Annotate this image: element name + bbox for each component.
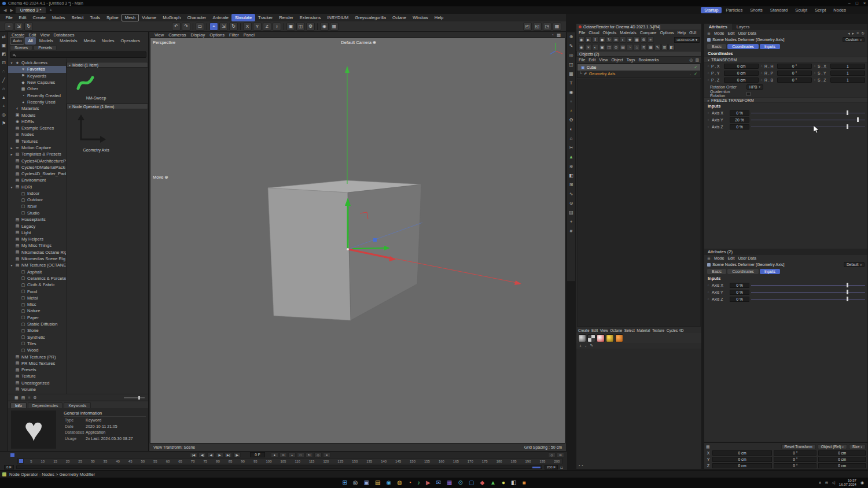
- command-icon[interactable]: ◐: [570, 127, 573, 132]
- object-label[interactable]: Cube: [587, 65, 597, 69]
- slider-knob[interactable]: [857, 117, 859, 122]
- keyframe-dot-icon[interactable]: ○: [813, 78, 816, 82]
- command-icon[interactable]: ≋: [569, 164, 573, 169]
- asset-subtab[interactable]: Presets: [34, 45, 57, 50]
- category-item[interactable]: ▤ Houseplants: [8, 216, 66, 223]
- mode-menu-item[interactable]: User Data: [738, 31, 756, 35]
- command-icon[interactable]: ✂: [569, 146, 573, 150]
- search-icon[interactable]: ◎: [353, 480, 358, 486]
- record-position-button[interactable]: +: [288, 452, 296, 457]
- axis-slider[interactable]: [751, 110, 865, 115]
- octane-tool-icon[interactable]: ⊞: [613, 36, 619, 43]
- make-editable-icon[interactable]: ⇄: [2, 35, 6, 39]
- asset-filter-tab[interactable]: Nodes: [99, 37, 117, 45]
- axis-value-field[interactable]: 0 %: [730, 283, 749, 288]
- octane-tool-icon[interactable]: ▦: [634, 36, 640, 43]
- refresh-icon[interactable]: ↻: [861, 31, 865, 36]
- document-tab[interactable]: Untitled 3 *: [16, 7, 46, 13]
- asset-section-header-node-operator[interactable]: ▾ Node Operator (1 Item): [67, 103, 148, 109]
- command-icon[interactable]: T: [570, 81, 573, 86]
- nav-forward-icon[interactable]: ▶: [9, 8, 14, 13]
- axis-value-field[interactable]: 0 %: [730, 297, 749, 302]
- undo-button[interactable]: ↶: [172, 23, 181, 31]
- range-start-field[interactable]: 0 F: [4, 465, 14, 469]
- material-menu-item[interactable]: View: [600, 328, 608, 332]
- coordinate-system-button[interactable]: ♁: [273, 23, 281, 31]
- model-mode-icon[interactable]: ▣: [2, 43, 6, 48]
- asset-filter-tab[interactable]: All: [25, 37, 35, 45]
- command-icon[interactable]: #: [570, 229, 572, 234]
- browser-settings-icon[interactable]: ⚙: [33, 395, 36, 400]
- range-lock-icon[interactable]: ⊡: [560, 465, 563, 469]
- scale-field[interactable]: 1: [830, 77, 865, 83]
- octane-tool-icon[interactable]: ◼: [599, 36, 605, 43]
- octane-tool-icon[interactable]: ↻: [606, 36, 612, 43]
- category-item[interactable]: ▢ Stable Diffusion: [8, 321, 66, 327]
- position-field[interactable]: 0 cm: [724, 71, 759, 76]
- layout-tab[interactable]: Particles: [722, 7, 746, 13]
- app-icon-6[interactable]: ▢: [469, 480, 474, 486]
- material-gray[interactable]: [578, 334, 586, 342]
- category-item[interactable]: ▤ PR Misc Textures: [8, 360, 66, 367]
- category-item[interactable]: ▤ Nikomedias Scene Rig Ultim: [8, 256, 66, 262]
- object-search-icon[interactable]: ◎: [689, 58, 693, 62]
- render-picture-viewer-button[interactable]: ◫: [296, 23, 305, 31]
- toolbar-button[interactable]: [240, 23, 241, 30]
- keyframe-dot-icon[interactable]: ○: [760, 78, 763, 82]
- category-item[interactable]: ◔ Recently Created: [8, 92, 66, 98]
- app-icon-7[interactable]: ◆: [480, 480, 484, 486]
- position-field[interactable]: 0 cm: [712, 457, 772, 462]
- viewport-menu-item[interactable]: Cameras: [168, 32, 186, 38]
- rotate-tool-button[interactable]: ↻: [229, 23, 238, 31]
- category-item[interactable]: ▤ Example Scenes: [8, 125, 66, 131]
- octane-tool-icon[interactable]: ▣: [599, 44, 605, 50]
- octane-tool-icon[interactable]: ⚙: [641, 36, 647, 43]
- keyframe-selection-icon[interactable]: ⊙: [557, 452, 564, 457]
- redo-button[interactable]: ↷: [182, 23, 190, 31]
- category-item[interactable]: ▤ Nikomedias Octane Rig Pro: [8, 249, 66, 256]
- category-item[interactable]: ▤ Presets: [8, 367, 66, 373]
- visibility-dots-icon[interactable]: · ·: [685, 66, 692, 69]
- scale-tool-small[interactable]: ⇲: [14, 23, 23, 31]
- viewport-solo-icon[interactable]: ◎: [2, 113, 6, 117]
- tree-item-geometry-axis[interactable]: └ ↱ Geometry Axis · ✓: [578, 71, 700, 77]
- asset-filter-tab[interactable]: Operators: [118, 37, 143, 45]
- category-item[interactable]: ◉ HDRIs: [8, 119, 66, 125]
- command-icon[interactable]: ◎: [569, 53, 573, 58]
- material-yellow[interactable]: [606, 334, 614, 342]
- keyframe-dot-icon[interactable]: ○: [707, 125, 710, 128]
- viewport-menu-item[interactable]: Filter: [229, 32, 239, 38]
- menu-item[interactable]: Extensions: [296, 14, 324, 21]
- texture-mode-icon[interactable]: ◩: [2, 52, 6, 57]
- octane-menu-item[interactable]: Cloud: [589, 31, 599, 35]
- category-item[interactable]: ◕ Recently Used: [8, 99, 66, 105]
- category-item[interactable]: ▤ Environment: [8, 177, 66, 183]
- reset-transform-button[interactable]: Reset Transform: [781, 444, 816, 449]
- command-icon[interactable]: ⊞: [569, 183, 573, 187]
- category-item[interactable]: ▢ Paper: [8, 315, 66, 321]
- slider-knob[interactable]: [847, 110, 848, 115]
- octane-tool-icon[interactable]: ⌂: [634, 44, 640, 50]
- autokey-button[interactable]: ⊙: [279, 452, 287, 457]
- transform-group-header[interactable]: ▾ TRANSFORM: [704, 57, 867, 62]
- next-key-button[interactable]: ▶|: [225, 452, 232, 457]
- category-item[interactable]: ▢ Synthetic: [8, 334, 66, 340]
- octane-menu-item[interactable]: Compare: [640, 31, 657, 35]
- menu-item[interactable]: Animate: [209, 14, 232, 21]
- toolbar-button[interactable]: [317, 23, 318, 30]
- category-item[interactable]: ▤ Cycles4DArchitecturePack-4K: [8, 157, 66, 164]
- octane-tool-icon[interactable]: ⊙: [613, 44, 619, 50]
- app-icon-2[interactable]: ▶: [426, 480, 431, 486]
- keyframe-dot-icon[interactable]: ○: [707, 78, 710, 82]
- record-keyframe-button[interactable]: ●: [271, 452, 278, 457]
- points-mode-icon[interactable]: ∴: [2, 69, 5, 74]
- command-icon[interactable]: ✎: [569, 44, 573, 49]
- hamburger-icon[interactable]: ≣: [707, 31, 711, 36]
- viewport-menu-item[interactable]: Options: [209, 32, 225, 38]
- material-menu-item[interactable]: Edit: [591, 328, 598, 332]
- attribute-group-tab[interactable]: Basic: [707, 44, 726, 49]
- expander-icon[interactable]: ▾: [10, 263, 13, 267]
- rotation-order-select[interactable]: HPB▾: [746, 84, 763, 90]
- attribute-group-tab[interactable]: Inputs: [760, 269, 780, 274]
- material-menu-item[interactable]: Texture: [652, 328, 664, 332]
